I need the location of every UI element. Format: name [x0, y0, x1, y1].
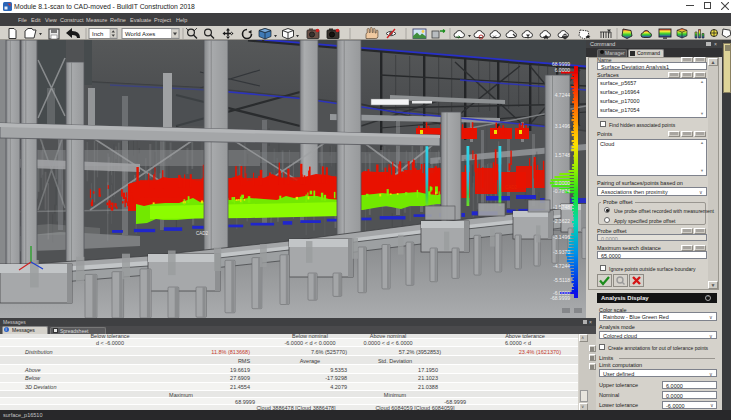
svg-text:-5.5118: -5.5118 [553, 277, 570, 283]
svg-text:6.0000: 6.0000 [555, 67, 571, 73]
svg-text:-4.7244: -4.7244 [553, 263, 570, 269]
svg-text:-68.9999: -68.9999 [550, 295, 570, 301]
svg-text:-3.1496: -3.1496 [553, 234, 570, 240]
svg-text:Inch: Inch [92, 31, 103, 37]
svg-text:-1.5748: -1.5748 [553, 204, 570, 210]
svg-text:1.5748: 1.5748 [555, 152, 571, 158]
svg-text:World Axes: World Axes [125, 31, 155, 37]
svg-text:CAD2: CAD2 [505, 185, 518, 190]
svg-text:3.1496: 3.1496 [555, 123, 571, 129]
svg-text:4.7244: 4.7244 [555, 92, 571, 98]
svg-text:-2.3622: -2.3622 [553, 218, 570, 224]
svg-text:CAD2: CAD2 [196, 231, 209, 236]
svg-text:-0.7874: -0.7874 [553, 188, 570, 194]
svg-text:0.0000: 0.0000 [555, 180, 571, 186]
svg-text:-3.9370: -3.9370 [553, 249, 570, 255]
